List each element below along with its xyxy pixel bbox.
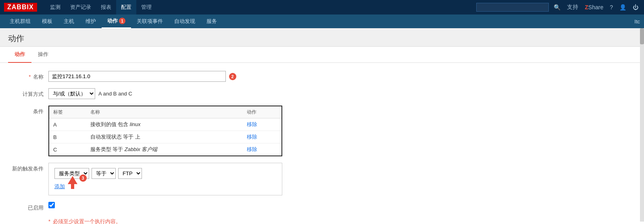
page-header: 动作 [0, 28, 644, 47]
conditions-box: 标签 名称 动作 A 接收到的值 包含 linux 移除 B [48, 106, 282, 156]
main-content: * 名称 2 计算方式 与/或（默认） A and B and C 条件 标签 [0, 63, 644, 224]
scrollbar-track[interactable] [640, 28, 644, 222]
conditions-field: 标签 名称 动作 A 接收到的值 包含 linux 移除 B [48, 106, 632, 156]
col-tag: 标签 [49, 106, 86, 118]
logo[interactable]: ZABBIX [4, 3, 37, 12]
calc-label: 计算方式 [12, 88, 48, 98]
new-trigger-field: 服务类型 等于 FTP 添加 [48, 163, 632, 195]
add-condition-link[interactable]: 添加 [54, 183, 65, 190]
enabled-label: 已启用 [12, 202, 48, 212]
calc-row: 计算方式 与/或（默认） A and B and C [12, 88, 632, 99]
top-bar: ZABBIX 监测 资产记录 报表 配置 管理 🔍 支持 ZShare ? 👤 … [0, 0, 644, 15]
tab-actions[interactable]: 动作 [8, 47, 31, 63]
warning-row: * 必须至少设置一个执行内容。 [12, 218, 632, 224]
remove-link-b[interactable]: 移除 [247, 134, 257, 140]
condition-action-b: 移除 [243, 131, 281, 143]
share-link[interactable]: ZShare [583, 4, 605, 10]
top-right-controls: 🔍 支持 ZShare ? 👤 ⏻ [476, 3, 640, 12]
user-icon[interactable]: 👤 [618, 4, 628, 10]
annotation-badge-2: 2 [229, 73, 236, 80]
condition-tag-c: C [49, 143, 86, 156]
logout-icon[interactable]: ⏻ [631, 4, 640, 10]
condition-row-a: A 接收到的值 包含 linux 移除 [49, 118, 281, 131]
actions-badge: 1 [119, 18, 125, 24]
page-title: 动作 [8, 33, 636, 44]
trigger-value-select[interactable]: FTP [118, 168, 142, 179]
second-nav: 主机群组 模板 主机 维护 动作 1 关联项事件 自动发现 服务 Itc [0, 15, 644, 28]
required-star: * [29, 74, 31, 80]
condition-italic-a: linux [130, 121, 141, 127]
search-icon[interactable]: 🔍 [552, 4, 562, 10]
red-arrow-svg [65, 176, 81, 190]
new-trigger-row: 新的触发条件 服务类型 等于 FTP 添加 [12, 163, 632, 195]
conditions-row: 条件 标签 名称 动作 A 接收到的值 包含 linux [12, 106, 632, 156]
condition-name-c: 服务类型 等于 Zabbix 客户端 [86, 143, 243, 156]
condition-row-b: B 自动发现状态 等于 上 移除 [49, 131, 281, 143]
enabled-row: 已启用 [12, 202, 632, 212]
global-search-input[interactable] [476, 3, 549, 12]
tabs-bar: 动作 操作 [0, 47, 644, 63]
calc-field: 与/或（默认） A and B and C [48, 88, 632, 99]
top-nav-assets[interactable]: 资产记录 [65, 0, 96, 15]
tab-operations[interactable]: 操作 [31, 47, 55, 63]
name-field: 2 [48, 71, 632, 82]
col-name: 名称 [86, 106, 243, 118]
top-nav-config[interactable]: 配置 [116, 0, 136, 15]
condition-tag-b: B [49, 131, 86, 143]
name-input[interactable] [48, 71, 226, 82]
conditions-label: 条件 [12, 106, 48, 115]
warning-star: * [48, 218, 50, 224]
svg-marker-0 [68, 176, 77, 184]
name-label: * 名称 [12, 71, 48, 81]
help-icon[interactable]: ? [608, 4, 615, 10]
condition-name-a: 接收到的值 包含 linux [86, 118, 243, 131]
top-nav-admin[interactable]: 管理 [136, 0, 156, 15]
conditions-table: 标签 名称 动作 A 接收到的值 包含 linux 移除 B [49, 106, 281, 156]
enabled-checkbox[interactable] [48, 202, 55, 208]
second-nav-discovery[interactable]: 自动发现 [169, 15, 201, 28]
name-row: * 名称 2 [12, 71, 632, 82]
remove-link-c[interactable]: 移除 [247, 146, 257, 152]
remove-link-a[interactable]: 移除 [247, 121, 257, 127]
second-nav-maintenance[interactable]: 维护 [80, 15, 102, 28]
second-nav-services[interactable]: 服务 [201, 15, 223, 28]
trigger-operator-select[interactable]: 等于 [92, 168, 116, 179]
condition-action-c: 移除 [243, 143, 281, 156]
col-action: 动作 [243, 106, 281, 118]
second-nav-correlation[interactable]: 关联项事件 [131, 15, 169, 28]
second-nav-right-text: Itc [634, 19, 640, 25]
condition-italic-c: Zabbix 客户端 [125, 146, 158, 152]
support-link[interactable]: 支持 [565, 4, 580, 11]
new-trigger-label: 新的触发条件 [12, 163, 48, 172]
add-link-container: 添加 3 [54, 183, 67, 190]
warning-label-spacer [12, 218, 48, 220]
calc-select[interactable]: 与/或（默认） [48, 88, 95, 99]
top-nav-reports[interactable]: 报表 [96, 0, 116, 15]
calc-expression: A and B and C [98, 91, 132, 97]
condition-name-b: 自动发现状态 等于 上 [86, 131, 243, 143]
enabled-field [48, 202, 632, 209]
warning-message: * 必须至少设置一个执行内容。 [48, 218, 632, 224]
condition-row-c: C 服务类型 等于 Zabbix 客户端 移除 [49, 143, 281, 156]
top-nav-monitoring[interactable]: 监测 [45, 0, 65, 15]
warning-field: * 必须至少设置一个执行内容。 [48, 218, 632, 224]
second-nav-actions[interactable]: 动作 1 [102, 15, 131, 28]
svg-rect-1 [71, 183, 74, 189]
condition-action-a: 移除 [243, 118, 281, 131]
second-nav-hostgroup[interactable]: 主机群组 [4, 15, 36, 28]
annotation-badge-3: 3 [79, 174, 87, 182]
condition-tag-a: A [49, 118, 86, 131]
second-nav-host[interactable]: 主机 [58, 15, 80, 28]
second-nav-template[interactable]: 模板 [36, 15, 58, 28]
top-nav: 监测 资产记录 报表 配置 管理 [45, 0, 477, 15]
trigger-selects-row: 服务类型 等于 FTP [54, 168, 276, 179]
scrollbar-thumb[interactable] [640, 28, 644, 44]
